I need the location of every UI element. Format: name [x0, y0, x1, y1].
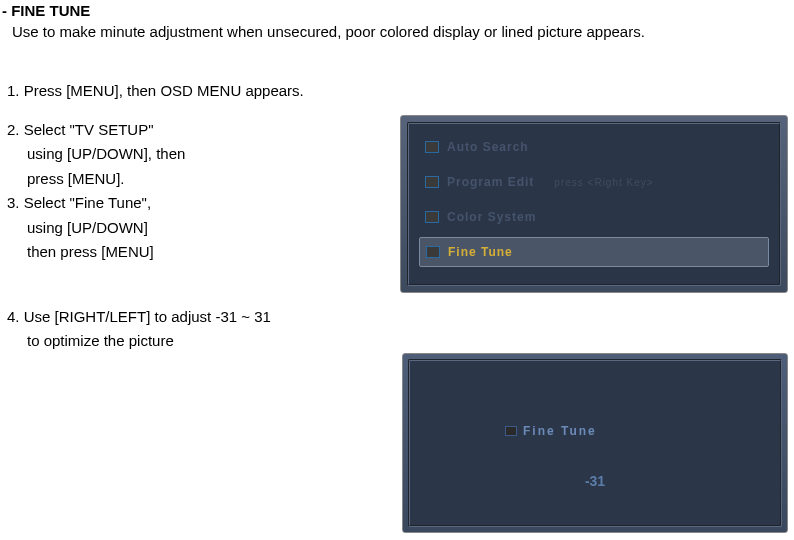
menu-icon [426, 246, 440, 258]
menu-label-program-edit: Program Edit [447, 175, 534, 189]
menu-icon [425, 141, 439, 153]
osd-screenshot-fine-tune: Fine Tune -31 [402, 353, 788, 533]
fine-tune-value: -31 [410, 473, 780, 489]
menu-icon [505, 426, 517, 436]
steps-group-2: 4. Use [RIGHT/LEFT] to adjust -31 ~ 31 t… [7, 306, 397, 353]
menu-icon [425, 211, 439, 223]
step-3-line2: using [UP/DOWN] [27, 217, 397, 240]
steps-group-1: 1. Press [MENU], then OSD MENU appears. … [7, 80, 397, 264]
menu-item-program-edit: Program Edit press <Right Key> [419, 167, 769, 197]
fine-tune-label-row: Fine Tune [505, 424, 597, 438]
menu-hint-right-key: press <Right Key> [554, 177, 653, 188]
osd-fine-tune-panel: Fine Tune -31 [408, 359, 782, 527]
osd-menu-panel: Auto Search Program Edit press <Right Ke… [407, 122, 781, 286]
step-2-line2: using [UP/DOWN], then [27, 143, 397, 166]
step-4-line2: to optimize the picture [27, 330, 397, 353]
step-4-line1: 4. Use [RIGHT/LEFT] to adjust -31 ~ 31 [7, 306, 397, 329]
menu-label-color-system: Color System [447, 210, 536, 224]
menu-item-fine-tune: Fine Tune [419, 237, 769, 267]
fine-tune-label: Fine Tune [523, 424, 597, 438]
section-title: - FINE TUNE [2, 2, 792, 19]
step-2-line3: press [MENU]. [27, 168, 397, 191]
menu-item-color-system: Color System [419, 202, 769, 232]
menu-label-auto-search: Auto Search [447, 140, 529, 154]
step-2-line1: 2. Select "TV SETUP" [7, 119, 397, 142]
step-3-line3: then press [MENU] [27, 241, 397, 264]
section-subtitle: Use to make minute adjustment when unsec… [12, 23, 792, 40]
step-1: 1. Press [MENU], then OSD MENU appears. [7, 80, 397, 103]
menu-item-auto-search: Auto Search [419, 132, 769, 162]
osd-screenshot-menu: Auto Search Program Edit press <Right Ke… [400, 115, 788, 293]
step-3-line1: 3. Select "Fine Tune", [7, 192, 397, 215]
menu-icon [425, 176, 439, 188]
menu-label-fine-tune: Fine Tune [448, 245, 513, 259]
